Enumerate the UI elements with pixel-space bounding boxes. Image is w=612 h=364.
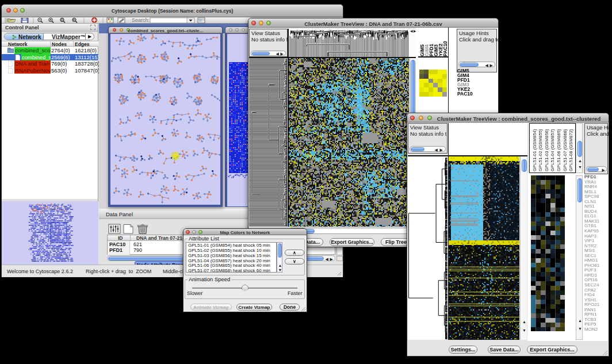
svg-text:GPL51-08 (GSM872): GPL51-08 (GSM872) bbox=[568, 129, 573, 171]
svg-text:GPL51-06 (GSM865): GPL51-06 (GSM865) bbox=[556, 129, 561, 171]
svg-text:PAC10: PAC10 bbox=[442, 41, 448, 56]
svg-text:GPL51-02 (GSM855): GPL51-02 (GSM855) bbox=[538, 129, 543, 171]
svg-text:GPL51-03 (GSM856): GPL51-03 (GSM856) bbox=[544, 129, 549, 171]
svg-text:GPL51-07 (GSM868): GPL51-07 (GSM868) bbox=[563, 129, 568, 171]
svg-text:GPL51-01 (GSM854): GPL51-01 (GSM854) bbox=[532, 129, 537, 171]
svg-text:Search:: Search: bbox=[132, 17, 150, 23]
svg-text:GPL51-04 (GSM857): GPL51-04 (GSM857) bbox=[550, 129, 555, 171]
